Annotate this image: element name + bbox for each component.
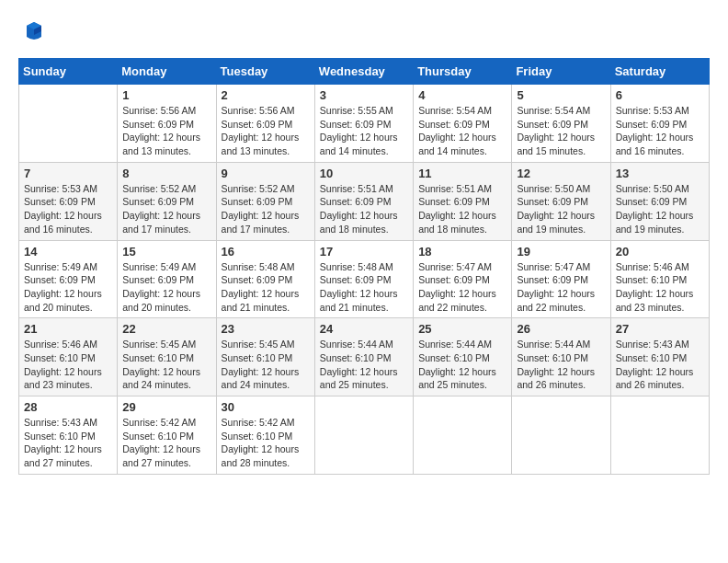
day-info: Sunrise: 5:47 AM Sunset: 6:09 PM Dayligh… <box>418 260 506 315</box>
calendar-cell <box>610 396 709 475</box>
day-info: Sunrise: 5:46 AM Sunset: 6:10 PM Dayligh… <box>616 260 704 315</box>
calendar-cell: 20Sunrise: 5:46 AM Sunset: 6:10 PM Dayli… <box>610 240 709 318</box>
calendar-cell: 19Sunrise: 5:47 AM Sunset: 6:09 PM Dayli… <box>512 240 610 318</box>
calendar-cell: 13Sunrise: 5:50 AM Sunset: 6:09 PM Dayli… <box>610 162 709 240</box>
day-info: Sunrise: 5:42 AM Sunset: 6:10 PM Dayligh… <box>122 416 210 470</box>
day-number: 6 <box>616 88 704 102</box>
calendar-cell: 14Sunrise: 5:49 AM Sunset: 6:09 PM Dayli… <box>19 240 118 318</box>
day-number: 8 <box>122 167 210 180</box>
calendar-body: 1Sunrise: 5:56 AM Sunset: 6:09 PM Daylig… <box>19 85 710 475</box>
calendar-week-4: 21Sunrise: 5:46 AM Sunset: 6:10 PM Dayli… <box>19 318 710 396</box>
day-info: Sunrise: 5:54 AM Sunset: 6:09 PM Dayligh… <box>418 104 506 158</box>
calendar-cell: 24Sunrise: 5:44 AM Sunset: 6:10 PM Dayli… <box>314 318 413 396</box>
calendar-cell: 25Sunrise: 5:44 AM Sunset: 6:10 PM Dayli… <box>414 318 512 396</box>
day-info: Sunrise: 5:56 AM Sunset: 6:09 PM Dayligh… <box>222 104 310 158</box>
day-number: 19 <box>517 245 605 259</box>
calendar-cell: 21Sunrise: 5:46 AM Sunset: 6:10 PM Dayli… <box>19 318 118 396</box>
day-number: 10 <box>320 167 408 180</box>
day-number: 27 <box>616 322 704 336</box>
day-info: Sunrise: 5:52 AM Sunset: 6:09 PM Dayligh… <box>122 182 210 236</box>
weekday-header-saturday: Saturday <box>610 59 709 85</box>
calendar-cell: 12Sunrise: 5:50 AM Sunset: 6:09 PM Dayli… <box>512 162 610 240</box>
day-number: 23 <box>222 322 310 336</box>
calendar-cell <box>414 396 512 475</box>
calendar-header-row: SundayMondayTuesdayWednesdayThursdayFrid… <box>19 59 710 85</box>
calendar-cell: 2Sunrise: 5:56 AM Sunset: 6:09 PM Daylig… <box>216 85 314 163</box>
day-number: 1 <box>122 88 210 102</box>
day-number: 13 <box>616 167 704 180</box>
day-number: 5 <box>517 88 605 102</box>
day-info: Sunrise: 5:56 AM Sunset: 6:09 PM Dayligh… <box>122 104 210 158</box>
calendar-cell: 9Sunrise: 5:52 AM Sunset: 6:09 PM Daylig… <box>216 162 314 240</box>
calendar-cell: 1Sunrise: 5:56 AM Sunset: 6:09 PM Daylig… <box>118 85 216 163</box>
day-info: Sunrise: 5:51 AM Sunset: 6:09 PM Dayligh… <box>320 182 408 236</box>
day-info: Sunrise: 5:53 AM Sunset: 6:09 PM Dayligh… <box>616 104 704 158</box>
day-info: Sunrise: 5:43 AM Sunset: 6:10 PM Dayligh… <box>24 416 112 470</box>
day-info: Sunrise: 5:48 AM Sunset: 6:09 PM Dayligh… <box>222 260 310 315</box>
calendar-cell: 28Sunrise: 5:43 AM Sunset: 6:10 PM Dayli… <box>19 396 118 475</box>
calendar-week-3: 14Sunrise: 5:49 AM Sunset: 6:09 PM Dayli… <box>19 240 710 318</box>
day-info: Sunrise: 5:50 AM Sunset: 6:09 PM Dayligh… <box>616 182 704 236</box>
day-info: Sunrise: 5:43 AM Sunset: 6:10 PM Dayligh… <box>616 338 704 392</box>
day-info: Sunrise: 5:51 AM Sunset: 6:09 PM Dayligh… <box>418 182 506 236</box>
day-number: 4 <box>418 88 506 102</box>
day-number: 22 <box>122 322 210 336</box>
calendar-cell: 8Sunrise: 5:52 AM Sunset: 6:09 PM Daylig… <box>118 162 216 240</box>
calendar-cell: 6Sunrise: 5:53 AM Sunset: 6:09 PM Daylig… <box>610 85 709 163</box>
calendar-cell: 4Sunrise: 5:54 AM Sunset: 6:09 PM Daylig… <box>414 85 512 163</box>
day-info: Sunrise: 5:49 AM Sunset: 6:09 PM Dayligh… <box>24 260 112 315</box>
day-info: Sunrise: 5:54 AM Sunset: 6:09 PM Dayligh… <box>517 104 605 158</box>
day-number: 30 <box>222 400 310 414</box>
day-info: Sunrise: 5:53 AM Sunset: 6:09 PM Dayligh… <box>24 182 112 236</box>
day-info: Sunrise: 5:44 AM Sunset: 6:10 PM Dayligh… <box>517 338 605 392</box>
day-number: 16 <box>222 245 310 259</box>
calendar-cell: 26Sunrise: 5:44 AM Sunset: 6:10 PM Dayli… <box>512 318 610 396</box>
day-number: 18 <box>418 245 506 259</box>
day-number: 26 <box>517 322 605 336</box>
day-info: Sunrise: 5:42 AM Sunset: 6:10 PM Dayligh… <box>222 416 310 470</box>
weekday-header-monday: Monday <box>118 59 216 85</box>
day-info: Sunrise: 5:46 AM Sunset: 6:10 PM Dayligh… <box>24 338 112 392</box>
day-number: 3 <box>320 88 408 102</box>
day-number: 20 <box>616 245 704 259</box>
calendar-cell: 29Sunrise: 5:42 AM Sunset: 6:10 PM Dayli… <box>118 396 216 475</box>
calendar-cell: 22Sunrise: 5:45 AM Sunset: 6:10 PM Dayli… <box>118 318 216 396</box>
calendar-cell: 16Sunrise: 5:48 AM Sunset: 6:09 PM Dayli… <box>216 240 314 318</box>
calendar-cell: 3Sunrise: 5:55 AM Sunset: 6:09 PM Daylig… <box>314 85 413 163</box>
day-info: Sunrise: 5:49 AM Sunset: 6:09 PM Dayligh… <box>122 260 210 315</box>
calendar-cell: 23Sunrise: 5:45 AM Sunset: 6:10 PM Dayli… <box>216 318 314 396</box>
calendar-week-2: 7Sunrise: 5:53 AM Sunset: 6:09 PM Daylig… <box>19 162 710 240</box>
calendar-week-5: 28Sunrise: 5:43 AM Sunset: 6:10 PM Dayli… <box>19 396 710 475</box>
calendar-table: SundayMondayTuesdayWednesdayThursdayFrid… <box>18 58 710 475</box>
calendar-week-1: 1Sunrise: 5:56 AM Sunset: 6:09 PM Daylig… <box>19 85 710 163</box>
day-number: 21 <box>24 322 112 336</box>
day-info: Sunrise: 5:50 AM Sunset: 6:09 PM Dayligh… <box>517 182 605 236</box>
day-number: 9 <box>222 167 310 180</box>
calendar-cell: 10Sunrise: 5:51 AM Sunset: 6:09 PM Dayli… <box>314 162 413 240</box>
day-info: Sunrise: 5:55 AM Sunset: 6:09 PM Dayligh… <box>320 104 408 158</box>
day-info: Sunrise: 5:52 AM Sunset: 6:09 PM Dayligh… <box>222 182 310 236</box>
day-number: 15 <box>122 245 210 259</box>
calendar-cell: 11Sunrise: 5:51 AM Sunset: 6:09 PM Dayli… <box>414 162 512 240</box>
day-number: 14 <box>24 245 112 259</box>
day-info: Sunrise: 5:44 AM Sunset: 6:10 PM Dayligh… <box>320 338 408 392</box>
calendar-cell <box>512 396 610 475</box>
day-info: Sunrise: 5:45 AM Sunset: 6:10 PM Dayligh… <box>222 338 310 392</box>
calendar-cell: 30Sunrise: 5:42 AM Sunset: 6:10 PM Dayli… <box>216 396 314 475</box>
calendar-cell: 27Sunrise: 5:43 AM Sunset: 6:10 PM Dayli… <box>610 318 709 396</box>
day-info: Sunrise: 5:48 AM Sunset: 6:09 PM Dayligh… <box>320 260 408 315</box>
logo-icon <box>21 18 47 44</box>
day-number: 25 <box>418 322 506 336</box>
calendar-cell: 17Sunrise: 5:48 AM Sunset: 6:09 PM Dayli… <box>314 240 413 318</box>
logo <box>18 18 47 49</box>
day-number: 24 <box>320 322 408 336</box>
calendar-cell: 5Sunrise: 5:54 AM Sunset: 6:09 PM Daylig… <box>512 85 610 163</box>
weekday-header-tuesday: Tuesday <box>216 59 314 85</box>
weekday-header-sunday: Sunday <box>19 59 118 85</box>
day-number: 11 <box>418 167 506 180</box>
day-info: Sunrise: 5:47 AM Sunset: 6:09 PM Dayligh… <box>517 260 605 315</box>
weekday-header-wednesday: Wednesday <box>314 59 413 85</box>
weekday-header-thursday: Thursday <box>414 59 512 85</box>
calendar-cell: 18Sunrise: 5:47 AM Sunset: 6:09 PM Dayli… <box>414 240 512 318</box>
day-info: Sunrise: 5:45 AM Sunset: 6:10 PM Dayligh… <box>122 338 210 392</box>
